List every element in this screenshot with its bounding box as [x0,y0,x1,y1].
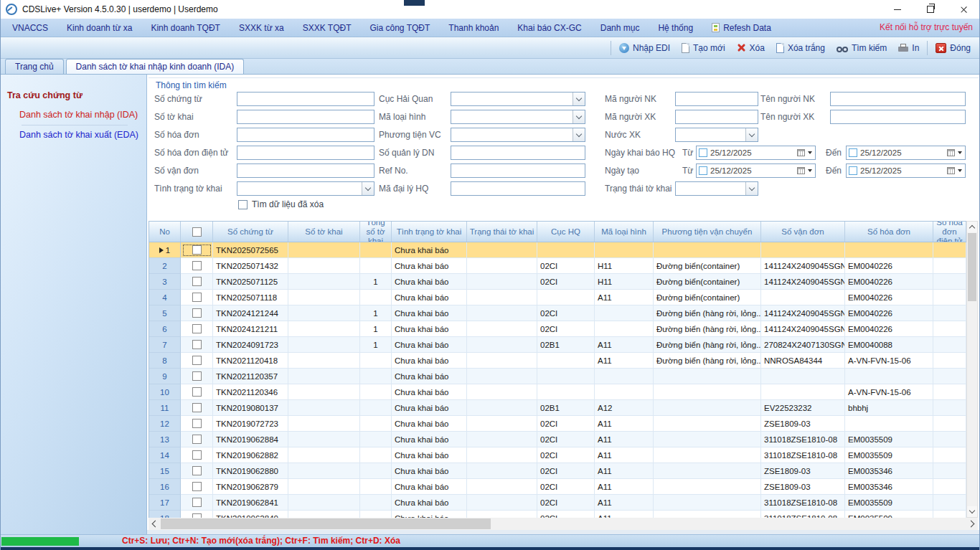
row-checkbox[interactable] [192,245,202,255]
column-header-trang_thai[interactable]: Trạng thái tờ khai [467,222,537,242]
row-checkbox[interactable] [192,403,202,412]
menu-item-8[interactable]: Danh mục [591,19,649,37]
row-checkbox[interactable] [192,293,202,302]
minimize-button[interactable] [881,0,914,19]
menu-item-4[interactable]: SXXK TQĐT [293,19,361,37]
search-input-ma-nguoi-xk[interactable] [675,110,758,124]
search-input-so-chung-tu[interactable] [237,92,374,106]
column-header-so_to_khai[interactable]: Số tờ khai [288,222,360,242]
column-header-check[interactable] [181,222,213,242]
table-row[interactable]: 5TKN20241212441Chưa khai báo02CIĐường bi… [149,305,966,321]
scroll-right-icon[interactable] [966,518,978,530]
table-row[interactable]: 12TKN2019072723Chưa khai báo02CIA11ZSE18… [149,416,966,432]
scroll-left-icon[interactable] [149,518,160,530]
toolbar-button-6[interactable]: Đóng [930,39,976,57]
chevron-down-icon[interactable] [745,128,758,141]
toolbar-button-3[interactable]: Xóa trắng [771,39,831,57]
online-support-link[interactable]: Kết nối hỗ trợ trực tuyến [880,19,973,37]
table-row[interactable]: 2TKN2025071432Chưa khai báo02CIH11Đường … [149,258,966,274]
row-checkbox[interactable] [192,340,202,349]
search-select-ma-loai-hinh[interactable] [451,110,585,124]
deleted-data-checkbox[interactable] [238,200,248,209]
table-row[interactable]: 4TKN2025071118Chưa khai báoA11Đường biển… [149,290,966,305]
tab-0[interactable]: Trang chủ [5,59,64,74]
table-row[interactable]: 8TKN2021120418Chưa khai báoA11Đường biển… [149,353,966,369]
search-select-nuoc-xk[interactable] [675,128,758,142]
table-row[interactable]: 7TKN20240917231Chưa khai báo02B1A11Đường… [149,337,966,353]
menu-item-5[interactable]: Gia công TQĐT [360,19,439,37]
toolbar-button-0[interactable]: Nhập EDI [613,39,676,57]
search-input-so-quan-ly-dn[interactable] [451,146,585,160]
search-input-so-van-don[interactable] [237,163,374,178]
menu-item-1[interactable]: Kinh doanh từ xa [57,19,141,37]
search-input-ten-nguoi-nk[interactable] [830,92,966,106]
row-checkbox[interactable] [192,450,202,460]
table-row[interactable]: 3TKN20250711251Chưa khai báo02CIH11Đường… [149,274,966,290]
search-input-so-to-khai[interactable] [237,110,374,124]
search-select-trang-thai-to-khai[interactable] [675,181,758,196]
menu-item-2[interactable]: Kinh doanh TQĐT [141,19,230,37]
chevron-down-icon[interactable] [745,182,758,195]
toolbar-button-5[interactable]: In [892,39,925,57]
select-all-checkbox[interactable] [192,227,202,237]
row-checkbox[interactable] [192,308,202,318]
scroll-up-icon[interactable] [967,222,977,232]
chevron-down-icon[interactable] [573,110,585,123]
sidebar-item-danh-sach-to-khai-xuat[interactable]: Danh sách tờ khai xuất (EDA) [19,130,138,140]
table-row[interactable]: 15TKN2019062880Chưa khai báo02CIA11ZSE18… [149,463,966,479]
row-checkbox[interactable] [192,482,202,491]
scroll-down-icon[interactable] [967,506,977,517]
calendar-icon[interactable] [797,167,805,174]
dropdown-arrow-icon[interactable] [808,169,812,172]
chevron-down-icon[interactable] [362,182,374,195]
date-checkbox[interactable] [849,166,857,175]
table-row[interactable]: 14TKN2019062882Chưa khai báo02CIA1131101… [149,447,966,463]
toolbar-button-4[interactable]: Tìm kiếm [831,39,892,57]
row-checkbox[interactable] [192,466,202,475]
menu-item-7[interactable]: Khai báo CX-GC [508,19,590,37]
menu-item-3[interactable]: SXXK từ xa [230,19,293,37]
search-select-phuong-tien-vc[interactable] [451,128,585,142]
search-select-tinh-trang-to-khai[interactable] [237,181,374,196]
sidebar-item-danh-sach-to-khai-nhap[interactable]: Danh sách tờ khai nhập (IDA) [19,110,138,120]
menu-item-9[interactable]: Hệ thống [649,19,702,37]
row-checkbox[interactable] [192,435,202,444]
search-input-so-hoa-don[interactable] [237,128,374,142]
date-khai-bao-tu[interactable]: 25/12/2025 [696,146,816,160]
table-row[interactable]: 18TKN2019062840Chưa khai báo02CIA1131101… [149,511,966,518]
search-input-so-hoa-don-dien-tu[interactable] [237,146,374,160]
dropdown-arrow-icon[interactable] [958,151,962,154]
search-input-ref-no[interactable] [451,163,585,178]
search-select-cuc-hai-quan[interactable] [451,92,585,106]
menu-item-10[interactable]: Refesh Data [702,19,781,37]
row-checkbox[interactable] [192,419,202,428]
column-header-no[interactable]: No [149,222,181,242]
vertical-scrollbar[interactable] [966,221,978,518]
dropdown-arrow-icon[interactable] [808,151,812,154]
row-checkbox[interactable] [192,371,202,381]
column-header-tinh_trang[interactable]: Tình trạng tờ khai [392,222,467,242]
column-header-tong_so_to_khai[interactable]: Tổng số tờ khai [360,222,392,242]
chevron-down-icon[interactable] [573,93,585,105]
date-tao-den[interactable]: 25/12/2025 [846,163,966,178]
table-row[interactable]: 1TKN2025072565Chưa khai báo [149,242,966,258]
column-header-so_van_don[interactable]: Số vận đơn [761,222,845,242]
row-checkbox[interactable] [192,498,202,507]
row-checkbox[interactable] [192,356,202,365]
table-row[interactable]: 11TKN2019080137Chưa khai báo02B1A12EV225… [149,400,966,416]
toolbar-button-2[interactable]: Xóa [731,39,771,57]
column-header-ma_loai_hinh[interactable]: Mã loại hình [595,222,654,242]
date-tao-tu[interactable]: 25/12/2025 [696,163,816,178]
calendar-icon[interactable] [797,149,805,156]
column-header-so_chung_tu[interactable]: Số chứng từ [213,222,288,242]
column-header-cuc_hq[interactable]: Cục HQ [537,222,595,242]
table-row[interactable]: 16TKN2019062879Chưa khai báo02CIA11ZSE18… [149,479,966,495]
menu-item-0[interactable]: VNACCS [3,19,57,37]
table-row[interactable]: 13TKN2019062884Chưa khai báo02CIA1131101… [149,432,966,447]
table-row[interactable]: 9TKN2021120357Chưa khai báo [149,369,966,384]
vertical-scroll-thumb[interactable] [968,233,976,301]
search-input-ten-nguoi-xk[interactable] [830,110,966,124]
column-header-so_hoa_don[interactable]: Số hóa đơn [845,222,933,242]
date-khai-bao-den[interactable]: 25/12/2025 [846,146,966,160]
date-checkbox[interactable] [849,148,857,157]
